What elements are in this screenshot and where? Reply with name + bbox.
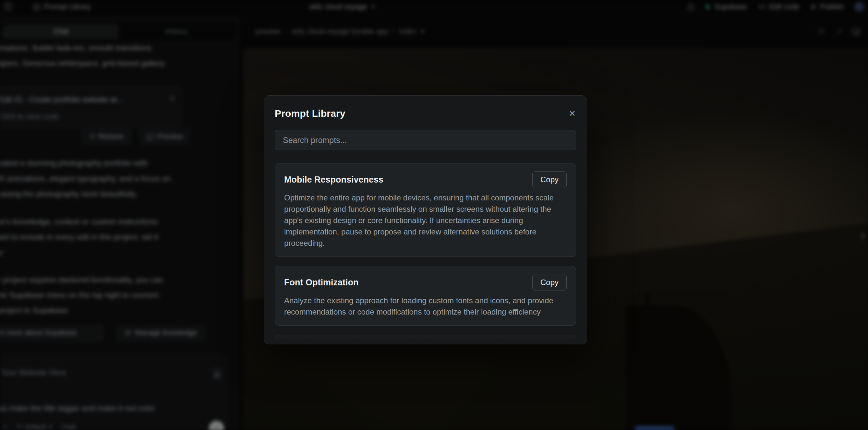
prompt-library-modal: Prompt Library ✕ Mobile Responsiveness C… <box>264 95 587 344</box>
prompt-card-header: Font Optimization Copy <box>284 274 567 291</box>
description-line: proportionally and function seamlessly o… <box>284 203 567 215</box>
description-line: implementation, pause to propose and rev… <box>284 226 567 237</box>
prompt-description: Analyze the existing approach for loadin… <box>284 295 567 317</box>
prompt-title: Mobile Responsiveness <box>284 175 383 185</box>
prompt-description: Optimize the entire app for mobile devic… <box>284 192 567 249</box>
screen: Prompt Library artic cloud voyage ▾ Supa… <box>0 0 868 430</box>
prompt-list: Mobile Responsiveness Copy Optimize the … <box>275 163 576 344</box>
close-icon[interactable]: ✕ <box>568 109 576 119</box>
description-line: app's existing design or core functional… <box>284 215 567 226</box>
scroll-fade <box>265 330 586 344</box>
search-input[interactable] <box>283 135 568 145</box>
search-box <box>275 130 576 150</box>
description-line: Optimize the entire app for mobile devic… <box>284 192 567 203</box>
modal-header: Prompt Library ✕ <box>264 96 587 119</box>
copy-button[interactable]: Copy <box>532 274 567 291</box>
prompt-card-font-optimization: Font Optimization Copy Analyze the exist… <box>275 266 576 326</box>
prompt-title: Font Optimization <box>284 278 359 288</box>
description-line: recommendations or code modifications to… <box>284 306 567 317</box>
prompt-card-mobile-responsiveness: Mobile Responsiveness Copy Optimize the … <box>275 163 576 257</box>
prompt-card-header: Mobile Responsiveness Copy <box>284 171 567 188</box>
modal-title: Prompt Library <box>275 108 345 119</box>
description-line: proceeding. <box>284 237 567 249</box>
description-line: Analyze the existing approach for loadin… <box>284 295 567 306</box>
copy-button[interactable]: Copy <box>532 171 567 188</box>
